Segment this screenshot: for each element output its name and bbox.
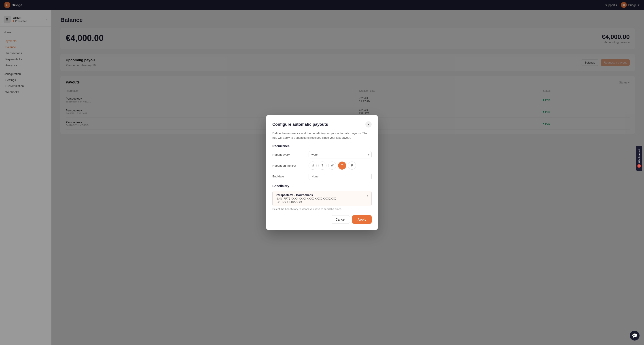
whatsnew-button[interactable]: 9 What's new? bbox=[636, 146, 642, 171]
repeat-every-label: Repeat every bbox=[272, 153, 306, 156]
end-date-row: End date bbox=[272, 173, 372, 180]
whatsnew-label: What's new? bbox=[638, 149, 640, 163]
bic-label: BIC bbox=[276, 201, 280, 204]
beneficiary-name: Perspecteev – Boursobank bbox=[276, 193, 336, 197]
chevron-down-icon: ▾ bbox=[367, 194, 368, 197]
chat-button[interactable]: 💬 bbox=[630, 331, 640, 340]
bic-value: BOUSFRPPXXX bbox=[282, 201, 302, 204]
day-button-M-0[interactable]: M bbox=[308, 162, 317, 170]
beneficiary-hint: Select the beneficiary to whom you wish … bbox=[272, 208, 372, 211]
apply-button[interactable]: Apply bbox=[352, 215, 372, 224]
end-date-label: End date bbox=[272, 175, 306, 178]
end-date-input[interactable] bbox=[308, 173, 372, 180]
beneficiary-section: Beneficiary Perspecteev – Boursobank IBA… bbox=[272, 184, 372, 211]
day-buttons: MTWTF bbox=[308, 162, 372, 170]
day-button-W-2[interactable]: W bbox=[328, 162, 336, 170]
repeat-every-select-wrapper: week day month bbox=[308, 151, 372, 158]
beneficiary-iban-line: IBAN FR76 XXXX XXXX XXXX XXXX XXXX XXX bbox=[276, 197, 336, 200]
beneficiary-title: Beneficiary bbox=[272, 184, 372, 188]
repeat-every-select[interactable]: week day month bbox=[308, 151, 372, 158]
modal-title: Configure automatic payouts bbox=[272, 122, 328, 127]
beneficiary-option[interactable]: Perspecteev – Boursobank IBAN FR76 XXXX … bbox=[272, 191, 372, 206]
day-button-F-4[interactable]: F bbox=[348, 162, 356, 170]
modal-description: Define the recurrence and the beneficiar… bbox=[272, 131, 372, 140]
modal-header: Configure automatic payouts ✕ bbox=[272, 121, 372, 128]
iban-value: FR76 XXXX XXXX XXXX XXXX XXXX XXX bbox=[284, 197, 336, 200]
recurrence-section-title: Recurrence bbox=[272, 144, 372, 148]
configure-payouts-modal: Configure automatic payouts ✕ Define the… bbox=[266, 115, 378, 230]
beneficiary-bic-line: BIC BOUSFRPPXXX bbox=[276, 201, 336, 204]
day-button-T-1[interactable]: T bbox=[318, 162, 326, 170]
day-button-T-3[interactable]: T bbox=[338, 162, 346, 170]
modal-overlay[interactable]: Configure automatic payouts ✕ Define the… bbox=[0, 0, 644, 345]
modal-footer: Cancel Apply bbox=[272, 215, 372, 224]
cancel-button[interactable]: Cancel bbox=[331, 215, 350, 224]
beneficiary-dropdown[interactable]: Perspecteev – Boursobank IBAN FR76 XXXX … bbox=[272, 191, 372, 206]
repeat-every-row: Repeat every week day month bbox=[272, 151, 372, 158]
whatsnew-badge: 9 bbox=[638, 164, 641, 168]
iban-label: IBAN bbox=[276, 197, 282, 200]
repeat-on-row: Repeat on the first MTWTF bbox=[272, 162, 372, 170]
beneficiary-details: Perspecteev – Boursobank IBAN FR76 XXXX … bbox=[276, 193, 336, 204]
modal-close-button[interactable]: ✕ bbox=[366, 121, 372, 128]
repeat-on-label: Repeat on the first bbox=[272, 164, 306, 167]
